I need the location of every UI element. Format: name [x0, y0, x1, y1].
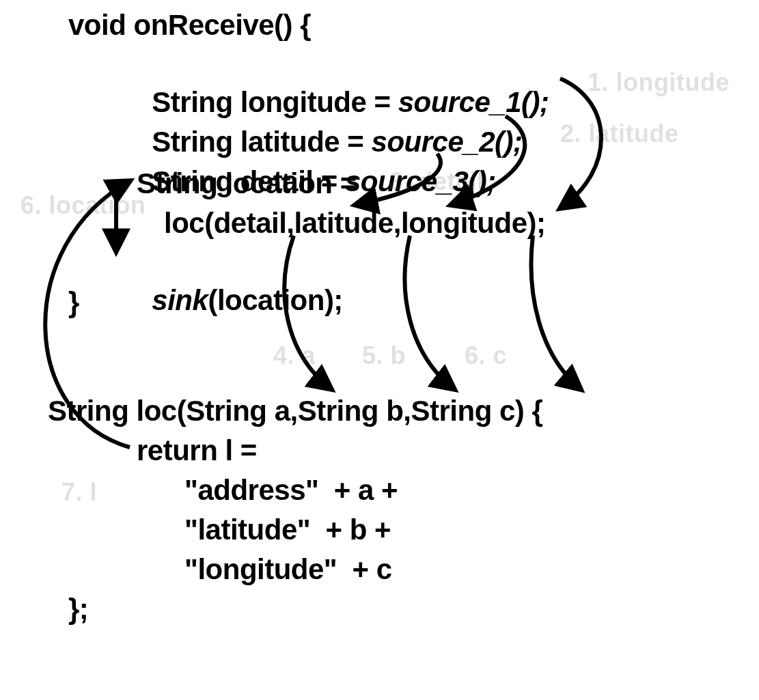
label-detail: 3. detail [389, 167, 484, 196]
label-latitude: 2. latitude [560, 120, 679, 148]
loc-return: return l = [137, 432, 257, 470]
sink-call: sink [152, 284, 208, 316]
loc-line-c: "longitude" + c [184, 551, 392, 589]
label-a: 4. a [273, 341, 316, 370]
sink-arg: (location); [208, 284, 342, 316]
label-l: 7. l [61, 478, 97, 507]
label-b: 5. b [362, 341, 406, 370]
line-sink: sink(location); [137, 244, 343, 319]
loc-line-b: "latitude" + b + [184, 512, 391, 549]
onreceive-signature: void onReceive() { [68, 7, 311, 44]
arrow-latitude-to-b [405, 236, 454, 389]
label-longitude: 1. longitude [588, 68, 730, 97]
arrow-longitude-to-c [532, 236, 581, 389]
line-location-decl: String location = [137, 165, 357, 203]
onreceive-close: } [68, 284, 79, 322]
line-loc-call: loc(detail,latitude,longitude); [164, 205, 545, 242]
loc-signature: String loc(String a,String b,String c) { [48, 393, 542, 430]
loc-line-a: "address" + a + [184, 472, 398, 509]
label-c: 6. c [465, 341, 507, 370]
loc-close: }; [68, 591, 88, 628]
label-location: 6. location [20, 191, 146, 220]
